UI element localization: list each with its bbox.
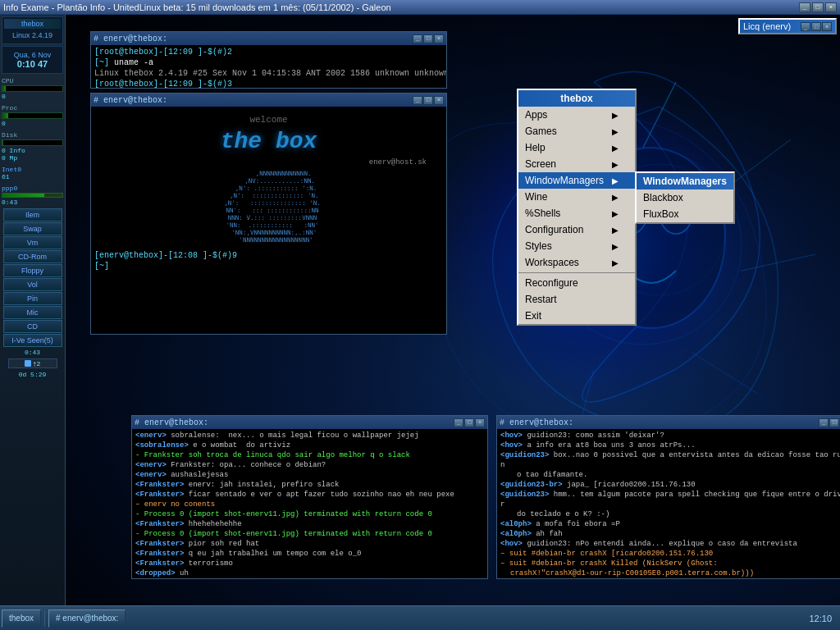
menu-item-config-label: Configuration xyxy=(525,224,583,235)
terminal-2: # enerv@thebox: _ □ × welcome the box en… xyxy=(90,93,447,335)
t2-minimize[interactable]: _ xyxy=(413,96,422,105)
irc-right-maximize[interactable]: □ xyxy=(829,418,839,427)
menu-item-wm-label: WindowManagers xyxy=(525,175,604,186)
menu-item-games[interactable]: Games ▶ xyxy=(518,123,635,139)
submenu-blackbox[interactable]: Blackbox xyxy=(637,189,733,206)
taskbar-enerv[interactable]: # enerv@thebox: xyxy=(48,609,126,628)
licq-minimize[interactable]: _ xyxy=(801,22,810,31)
irc-line: – enerv no conents xyxy=(135,500,484,509)
vol-button[interactable]: Vol xyxy=(3,278,62,291)
irc-line: <sobralense> e o wombat do artiviz xyxy=(135,441,484,450)
mic-button[interactable]: Mic xyxy=(3,306,62,319)
context-menu: thebox Apps ▶ Games ▶ Help ▶ Screen ▶ xyxy=(517,89,637,326)
irc-line: <hov> guidion23: como assim 'deixar'? xyxy=(500,431,840,441)
swap-button[interactable]: Swap xyxy=(3,222,62,235)
kernel-version: Linux 2.4.19 xyxy=(7,31,58,39)
terminal-1-titlebar: # enerv@thebox: _ □ × xyxy=(91,32,446,45)
menu-item-exit[interactable]: Exit xyxy=(518,308,635,324)
menu-item-help-label: Help xyxy=(525,142,546,153)
irc-left-close[interactable]: × xyxy=(475,418,485,427)
menu-item-workspaces-label: Workspaces xyxy=(525,257,579,268)
ppp-fill xyxy=(2,194,44,197)
browser-close[interactable]: × xyxy=(825,2,837,12)
irc-line: - Process 0 (import shot-enerv11.jpg) te… xyxy=(135,509,484,519)
floppy-button[interactable]: Floppy xyxy=(3,264,62,277)
menu-item-wine[interactable]: Wine ▶ xyxy=(518,189,635,205)
t1-maximize[interactable]: □ xyxy=(423,34,433,43)
menu-item-screen[interactable]: Screen ▶ xyxy=(518,156,635,172)
submenu-fluxbox[interactable]: FluxBox xyxy=(637,206,733,222)
menu-divider xyxy=(518,272,635,273)
net-value: 61 xyxy=(2,173,63,180)
irc-line: <dropped> uh xyxy=(135,568,484,578)
irc-line: <al0ph> ah fah xyxy=(500,529,840,539)
browser-maximize[interactable]: □ xyxy=(812,2,824,12)
irc-right-statusbar: &enerv(4:i) (#cnt) (H:2) (ircII) xyxy=(497,578,840,579)
cpu-bar xyxy=(2,85,63,92)
taskbar-thebox[interactable]: thebox xyxy=(2,609,41,628)
browser-minimize[interactable]: _ xyxy=(799,2,810,12)
menu-item-workspaces[interactable]: Workspaces ▶ xyxy=(518,254,635,271)
irc-left-statusbar: &enerv(4:i) (nprst) W:2,3 (M:2) (ircII) xyxy=(132,578,487,579)
menu-item-shells-label: %Shells xyxy=(525,208,560,219)
t1-minimize[interactable]: _ xyxy=(413,34,422,43)
irc-right-title: # enerv@thebox: xyxy=(500,418,573,427)
menu-item-reconfigure[interactable]: Reconfigure xyxy=(518,275,635,291)
menu-item-shells[interactable]: %Shells ▶ xyxy=(518,205,635,221)
menu-item-games-arrow: ▶ xyxy=(612,127,619,136)
mail-count: †2 xyxy=(33,360,41,368)
terminal-1-title: # enerv@thebox: xyxy=(94,34,167,43)
term-bottom-lines: [enerv@thebox]-[12:08 ]-$(#)9 [~] xyxy=(94,250,443,272)
menu-item-config[interactable]: Configuration ▶ xyxy=(518,221,635,238)
panel-time: 0:10 47 xyxy=(7,59,58,69)
menu-item-help[interactable]: Help ▶ xyxy=(518,139,635,156)
mail-icons: †2 xyxy=(8,358,57,368)
irc-line: <hov> a info era at8 boa uns 3 anos atrP… xyxy=(500,441,840,450)
main-menu: thebox Apps ▶ Games ▶ Help ▶ Screen ▶ xyxy=(517,89,637,326)
menu-item-wm[interactable]: WindowManagers ▶ WindowManagers Blackbox… xyxy=(518,172,635,189)
irc-right-titlebar: # enerv@thebox: _ □ × xyxy=(497,416,840,429)
irc-left-maximize[interactable]: □ xyxy=(464,418,474,427)
welcome-text: welcome xyxy=(94,115,443,125)
cd-button[interactable]: CD xyxy=(3,320,62,333)
licq-close[interactable]: × xyxy=(822,22,832,31)
menu-item-styles[interactable]: Styles ▶ xyxy=(518,238,635,254)
menu-item-shells-arrow: ▶ xyxy=(612,209,619,218)
t2-close[interactable]: × xyxy=(434,96,444,105)
vm-button[interactable]: Vm xyxy=(3,236,62,249)
menu-item-workspaces-arrow: ▶ xyxy=(612,258,619,267)
t2-prompt1: [enerv@thebox]-[12:08 ]-$(#)9 xyxy=(94,250,443,261)
ilem-button[interactable]: Ilem xyxy=(3,208,62,221)
irc-line: <enerv> sobralense: nex... o mais legal … xyxy=(135,431,484,441)
irc-left-titlebar: # enerv@thebox: _ □ × xyxy=(132,416,487,429)
licq-maximize[interactable]: □ xyxy=(811,22,821,31)
browser-controls: _ □ × xyxy=(799,2,837,12)
irc-right-content: <hov> guidion23: como assim 'deixar'? <h… xyxy=(497,429,840,578)
irc-line: <Frankster> q eu jah trabalhei um tempo … xyxy=(135,549,484,559)
irc-right-container: # enerv@thebox: _ □ × <hov> guidion23: c… xyxy=(496,415,840,579)
ascii-footer: enerv@host.sk xyxy=(94,158,443,167)
irc-left-minimize[interactable]: _ xyxy=(454,418,463,427)
irc-right-minimize[interactable]: _ xyxy=(819,418,829,427)
cdrom-button[interactable]: CD-Rom xyxy=(3,250,62,263)
irc-line: <enerv> aushaslejesas xyxy=(135,470,484,480)
irc-line: <Frankster> terrorismo xyxy=(135,559,484,568)
left-panel: thebox Linux 2.4.19 Qua, 6 Nov 0:10 47 C… xyxy=(0,15,66,605)
t2-maximize[interactable]: □ xyxy=(423,96,433,105)
disk-section: Disk 0 Info 0 Mp xyxy=(0,130,65,163)
menu-item-restart-label: Restart xyxy=(525,294,557,305)
menu-item-screen-arrow: ▶ xyxy=(612,160,619,169)
ppp-section: ppp0 0:43 xyxy=(0,183,65,208)
proc-section: Proc 0 xyxy=(0,103,65,129)
cpu-section: CPU 0 xyxy=(0,75,65,102)
terminal-1: # enerv@thebox: _ □ × [root@thebox]-[12:… xyxy=(90,31,447,89)
irc-left-controls: _ □ × xyxy=(454,418,485,427)
taskbar-separator xyxy=(44,610,45,627)
t1-close[interactable]: × xyxy=(434,34,444,43)
sec-button[interactable]: I-Ve Seen(5) xyxy=(3,334,62,347)
terminal-2-title: # enerv@thebox: xyxy=(94,96,167,105)
pin-button[interactable]: Pin xyxy=(3,292,62,305)
menu-item-wine-label: Wine xyxy=(525,191,547,203)
menu-item-restart[interactable]: Restart xyxy=(518,291,635,308)
menu-item-apps[interactable]: Apps ▶ xyxy=(518,107,635,123)
